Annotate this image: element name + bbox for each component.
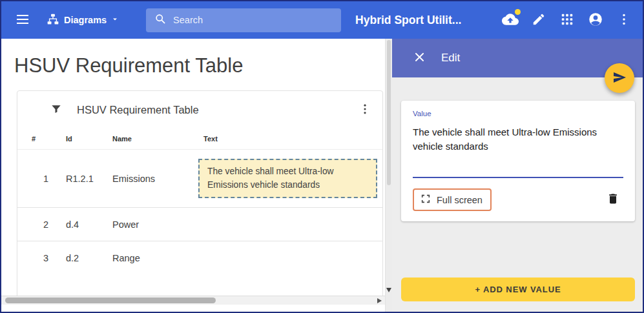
column-header-num: #	[17, 128, 54, 150]
notification-dot	[515, 9, 521, 15]
cell-num: 2	[17, 208, 54, 241]
close-panel-button[interactable]	[408, 46, 431, 70]
more-vert-icon	[358, 103, 371, 117]
caret-down-icon	[111, 15, 119, 25]
cell-num: 3	[17, 241, 54, 275]
bottom-strip	[1, 305, 385, 312]
cell-name: Power	[100, 208, 198, 241]
filter-icon	[50, 103, 63, 117]
search-icon	[154, 12, 167, 28]
diagrams-label: Diagrams	[64, 15, 107, 25]
column-header-id: Id	[54, 128, 100, 150]
cell-text	[198, 208, 382, 241]
apps-button[interactable]	[554, 6, 581, 34]
send-fab[interactable]	[605, 63, 634, 93]
diagrams-dropdown[interactable]: Diagrams	[47, 13, 119, 28]
hamburger-icon	[15, 12, 30, 29]
close-icon	[413, 51, 426, 65]
apps-grid-icon	[560, 12, 574, 28]
scroll-down-arrow-icon[interactable]	[386, 288, 391, 292]
horizontal-scrollbar[interactable]	[1, 296, 385, 305]
search-input[interactable]	[173, 15, 333, 25]
more-vert-icon	[617, 12, 631, 28]
trash-icon	[607, 197, 619, 207]
cloud-sync-button[interactable]	[497, 6, 524, 34]
document-area: HSUV Requirement Table HSUV Requirement …	[1, 39, 385, 312]
table-row[interactable]: 1 R1.2.1 Emissions The vehicle shall mee…	[17, 150, 382, 208]
column-header-name: Name	[100, 128, 198, 150]
top-app-bar: Diagrams Hybrid Sport Utilit...	[1, 1, 643, 39]
account-button[interactable]	[582, 6, 609, 34]
pencil-icon	[532, 12, 546, 28]
selected-text-cell[interactable]: The vehicle shall meet Ultra-low Emissio…	[198, 159, 377, 198]
page-title: HSUV Requirement Table	[14, 54, 385, 77]
edit-button[interactable]	[525, 6, 552, 34]
requirement-table-card: HSUV Requirement Table # Id	[17, 90, 383, 296]
table-row[interactable]: 2 d.4 Power	[17, 208, 382, 241]
sitemap-icon	[47, 13, 59, 28]
table-card-title: HSUV Requirement Table	[77, 104, 343, 116]
value-text-input[interactable]: The vehicle shall meet Ultra-low Emissio…	[413, 125, 623, 156]
fullscreen-label: Full screen	[437, 195, 483, 205]
scroll-right-arrow-icon[interactable]	[377, 298, 382, 303]
fullscreen-icon	[421, 194, 431, 206]
filter-button[interactable]	[47, 100, 66, 119]
cell-name: Range	[100, 241, 198, 275]
cell-text: The vehicle shall meet Ultra-low Emissio…	[198, 150, 382, 208]
cell-id: d.2	[54, 241, 100, 275]
value-card: Value The vehicle shall meet Ultra-low E…	[401, 101, 635, 221]
cell-text	[198, 241, 382, 275]
topbar-actions	[497, 6, 638, 34]
document-content: HSUV Requirement Table HSUV Requirement …	[1, 39, 385, 296]
requirements-table: # Id Name Text 1 R1.2.1 Emissions	[17, 128, 382, 275]
vertical-scrollbar-thumb[interactable]	[387, 40, 391, 185]
edit-panel: Edit Value The vehicle shall meet Ultra-…	[392, 39, 643, 312]
search-field[interactable]	[146, 8, 341, 32]
menu-button[interactable]	[9, 6, 36, 34]
document-title: Hybrid Sport Utilit...	[355, 14, 461, 27]
table-menu-button[interactable]	[354, 99, 376, 121]
app-window: Diagrams Hybrid Sport Utilit...	[0, 0, 644, 313]
input-underline	[413, 177, 623, 178]
cell-id: d.4	[54, 208, 100, 241]
fullscreen-button[interactable]: Full screen	[413, 188, 492, 211]
delete-value-button[interactable]	[603, 190, 623, 210]
horizontal-scrollbar-thumb[interactable]	[5, 298, 216, 303]
add-new-value-button[interactable]: + ADD NEW VALUE	[401, 278, 635, 301]
cell-id: R1.2.1	[54, 150, 100, 208]
edit-panel-title: Edit	[441, 52, 460, 65]
cell-name: Emissions	[100, 150, 198, 208]
edit-panel-header: Edit	[392, 39, 643, 77]
column-header-text: Text	[198, 128, 382, 150]
account-circle-icon	[587, 11, 604, 30]
overflow-menu-button[interactable]	[610, 6, 638, 34]
table-row[interactable]: 3 d.2 Range	[17, 241, 382, 275]
value-field-label: Value	[413, 110, 623, 117]
cell-num: 1	[17, 150, 54, 208]
send-icon	[612, 70, 627, 87]
value-actions: Full screen	[413, 188, 623, 211]
table-card-header: HSUV Requirement Table	[17, 91, 382, 128]
table-header-row: # Id Name Text	[17, 128, 382, 150]
vertical-scrollbar[interactable]	[385, 39, 392, 312]
